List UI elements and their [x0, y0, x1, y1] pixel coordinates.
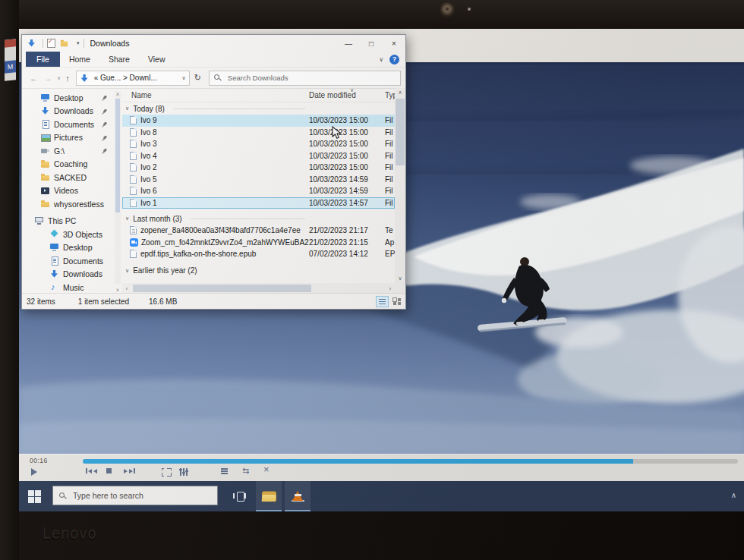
minimize-button[interactable]: — [337, 35, 360, 52]
tab-file[interactable]: File [26, 52, 60, 67]
qat-dropdown-icon[interactable]: ▾ [77, 40, 80, 46]
file-row-ivo3[interactable]: Ivo 310/03/2023 15:00Fil [122, 138, 395, 150]
view-toggles [376, 296, 402, 307]
search-box[interactable] [209, 71, 401, 86]
show-hidden-icons-button[interactable]: ∧ [731, 491, 736, 499]
scroll-right-icon[interactable]: › [386, 286, 395, 291]
file-row-zoom[interactable]: Zoom_cm_fo42mnktZ9vvrZo4_m2ahWYWEuBA2Y8u… [122, 237, 395, 249]
taskbar-search[interactable] [52, 486, 218, 505]
scrollbar-thumb[interactable] [133, 285, 311, 292]
start-button[interactable] [28, 490, 41, 503]
group-header-today[interactable]: ∨ Today (8) [122, 102, 395, 115]
column-type[interactable]: Typ [385, 91, 395, 99]
sidebar-item-sacked[interactable]: SACKED [22, 171, 115, 184]
sidebar-item-desktop[interactable]: Desktop [22, 91, 115, 105]
scroll-up-icon[interactable]: ∧ [395, 88, 405, 97]
taskbar-file-explorer-button[interactable] [256, 481, 282, 511]
maximize-button[interactable]: □ [360, 35, 383, 52]
item-count: 32 items [27, 297, 55, 306]
pin-icon [99, 93, 108, 102]
equalizer-icon [180, 468, 188, 476]
sidebar-item-documents-pc[interactable]: Documents [22, 254, 115, 268]
downloads-folder-icon[interactable] [27, 39, 35, 48]
tab-share[interactable]: Share [99, 52, 139, 67]
sidebar-item-g-drive[interactable]: G:\ [22, 144, 115, 158]
sidebar-item-desktop-pc[interactable]: Desktop [22, 241, 115, 255]
taskbar: ∧ [19, 481, 744, 511]
current-folder-icon [80, 74, 87, 82]
file-row-ivo9[interactable]: Ivo 910/03/2023 15:00Fil [122, 115, 395, 127]
vertical-scrollbar[interactable]: ∧ ∨ [395, 88, 405, 283]
horizontal-scrollbar[interactable]: ‹ › [122, 283, 395, 294]
laptop-screen: ▾ Downloads — □ × File Home Share View ∨… [19, 29, 744, 511]
file-row-ivo6[interactable]: Ivo 610/03/2023 14:59Fil [122, 185, 395, 197]
random-button[interactable]: × [263, 466, 270, 473]
scrollbar-thumb[interactable] [115, 99, 120, 212]
address-dropdown-icon[interactable]: ∨ [182, 75, 186, 81]
tab-home[interactable]: Home [60, 52, 99, 67]
sidebar-item-whysorestless[interactable]: whysorestless [22, 197, 115, 211]
recent-locations-icon[interactable]: ∨ [55, 75, 62, 81]
vlc-seek-bar[interactable] [83, 459, 738, 464]
stop-button[interactable] [106, 468, 112, 473]
up-button[interactable]: ↑ [62, 74, 73, 83]
scroll-down-icon[interactable]: ∨ [395, 274, 405, 283]
sidebar-item-downloads-pc[interactable]: Downloads [22, 268, 115, 282]
sidebar-item-3d-objects[interactable]: 3D Objects [22, 228, 115, 241]
address-box[interactable]: « Gue... > Downl... ∨ [76, 71, 190, 86]
title-bar[interactable]: ▾ Downloads — □ × [22, 35, 405, 52]
sidebar-item-coaching[interactable]: Coaching [22, 158, 115, 171]
scroll-down-icon[interactable]: ∨ [115, 287, 121, 292]
scrollbar-thumb[interactable] [396, 99, 405, 165]
details-view-button[interactable] [376, 296, 389, 307]
help-button[interactable]: ? [389, 55, 399, 64]
previous-button[interactable] [86, 468, 97, 473]
column-date-modified[interactable]: Date modified [309, 91, 385, 99]
play-button[interactable] [31, 468, 37, 476]
scroll-up-icon[interactable]: ∧ [115, 91, 121, 96]
playlist-button[interactable] [221, 468, 228, 474]
search-input[interactable] [226, 73, 396, 83]
tab-view[interactable]: View [139, 52, 175, 67]
stop-icon [106, 468, 112, 473]
date-filter-icon[interactable]: ∨ [350, 88, 354, 93]
videos-folder-icon [40, 186, 50, 195]
extended-settings-button[interactable] [180, 468, 188, 476]
next-button[interactable] [124, 468, 135, 473]
file-row-zopener[interactable]: zopener_8a4800ea0a3f43f4bafd7706c1a4e7ee… [122, 225, 395, 237]
sidebar-item-music[interactable]: Music [22, 281, 115, 294]
loop-button[interactable]: ⇆ [242, 467, 249, 474]
properties-icon[interactable] [47, 39, 55, 48]
forward-button[interactable]: → [41, 74, 55, 83]
file-icon [130, 175, 137, 184]
taskbar-vlc-button[interactable] [285, 481, 311, 511]
file-row-ivo8[interactable]: Ivo 810/03/2023 15:00Fil [122, 127, 395, 139]
sidebar-item-documents[interactable]: Documents [22, 118, 115, 131]
fullscreen-button[interactable] [162, 468, 172, 477]
sidebar-item-videos[interactable]: Videos [22, 184, 115, 198]
close-button[interactable]: × [383, 35, 405, 52]
group-header-earlier[interactable]: ∨ Earlier this year (2) [122, 265, 395, 277]
group-header-last-month[interactable]: ∨ Last month (3) [122, 212, 395, 225]
file-row-epub[interactable]: epdf.tips_kafka-on-the-shore.epub07/02/2… [122, 248, 395, 260]
scroll-left-icon[interactable]: ‹ [122, 286, 131, 291]
large-icons-view-button[interactable] [391, 296, 402, 306]
refresh-button[interactable]: ↻ [190, 73, 206, 83]
taskbar-search-input[interactable] [71, 490, 211, 501]
file-row-ivo1[interactable]: Ivo 110/03/2023 14:57Fil [122, 197, 395, 209]
breadcrumb[interactable]: « Gue... > Downl... [94, 74, 179, 82]
sidebar-item-pictures[interactable]: Pictures [22, 131, 115, 145]
new-folder-icon[interactable] [60, 39, 68, 47]
sidebar-item-this-pc[interactable]: This PC [22, 215, 115, 228]
navigation-scrollbar[interactable]: ∧ ∨ [115, 91, 121, 285]
file-row-ivo4[interactable]: Ivo 410/03/2023 15:00Fil [122, 150, 395, 162]
sidebar-item-downloads[interactable]: Downloads [22, 105, 115, 118]
column-name[interactable]: Name [122, 91, 309, 99]
ribbon-collapse-icon[interactable]: ∨ [379, 56, 383, 63]
bezel-top [0, 0, 744, 29]
task-view-button[interactable] [227, 481, 253, 511]
search-icon [214, 74, 221, 81]
back-button[interactable]: ← [27, 74, 41, 83]
file-row-ivo5[interactable]: Ivo 510/03/2023 14:59Fil [122, 174, 395, 186]
file-row-ivo2[interactable]: Ivo 210/03/2023 15:00Fil [122, 162, 395, 174]
